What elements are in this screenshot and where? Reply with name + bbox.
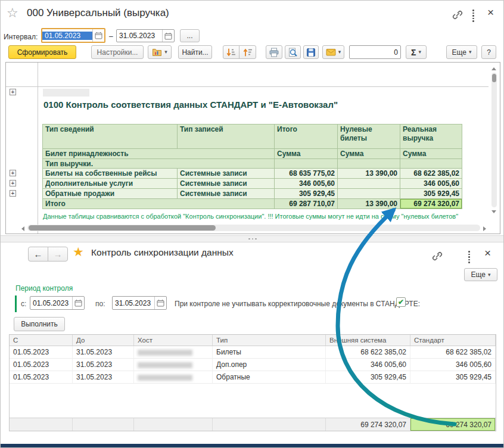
calendar-icon[interactable] [72,297,84,309]
interval-to-value[interactable]: 31.05.2023 [117,32,162,40]
preview-icon [288,48,298,57]
more-dots-icon[interactable] [472,10,474,22]
row-expander[interactable]: + [10,180,16,186]
chevron-down-icon: ▾ [338,49,341,55]
period-to-field[interactable]: 31.05.2023 [112,296,167,310]
link-icon[interactable] [452,9,463,21]
table-row[interactable]: 01.05.2023 31.05.2023 Билеты 68 622 385,… [10,346,496,359]
cell-zero[interactable]: 13 390,00 [338,169,400,179]
cell-records[interactable]: Системные записи [178,179,275,189]
col-header[interactable]: Тип [213,335,326,346]
nav-forward-button[interactable]: → [48,247,68,262]
cell-records[interactable]: Системные записи [178,169,275,179]
empty-header-cell [400,159,462,169]
col-header[interactable]: Стандарт [410,335,496,346]
close-icon[interactable]: × [487,6,494,19]
preview-button[interactable] [285,45,301,59]
save-icon [306,48,316,57]
cell-total[interactable]: 305 929,45 [275,189,338,199]
forward-arrow-icon: → [54,249,63,259]
close-icon[interactable]: × [484,247,491,260]
cell-external: 305 929,45 [326,371,410,383]
find-button[interactable]: Найти... [178,45,212,59]
scroll-left-icon[interactable] [21,226,24,231]
totals-zero[interactable]: 13 390,00 [338,199,400,209]
save-button[interactable] [303,45,319,59]
totals-label[interactable]: Итого [43,199,275,209]
cell-type[interactable]: Дополнительные услуги [43,179,178,189]
table-row[interactable]: 01.05.2023 31.05.2023 Доп.опер 346 005,6… [10,359,496,371]
scroll-down-icon[interactable] [491,210,496,213]
group-expander[interactable]: + [10,89,16,95]
report-variants-button[interactable]: ▾ [148,45,172,59]
amount-header: Сумма [400,149,462,159]
horizontal-scrollbar-thumb[interactable] [29,225,216,231]
col-header[interactable]: Хост [134,335,213,346]
print-icon [269,48,279,57]
sort-ascending-icon [243,48,253,57]
row-expander[interactable]: + [10,170,16,176]
vertical-scrollbar-thumb[interactable] [492,74,496,82]
scroll-up-icon[interactable] [491,67,496,70]
cell-total[interactable]: 346 005,60 [275,179,338,189]
period-from-value[interactable]: 01.05.2023 [30,299,72,307]
period-from-field[interactable]: 01.05.2023 [30,296,85,310]
interval-to-field[interactable]: 31.05.2023 [116,29,175,42]
cell-real[interactable]: 305 929,45 [400,189,462,199]
interval-from-field[interactable]: 01.05.2023 [41,28,105,43]
cell-type[interactable]: Билеты на собственные рейсы [43,169,178,179]
table-row[interactable]: 01.05.2023 31.05.2023 Обратные 305 929,4… [10,371,496,384]
link-icon[interactable] [431,250,443,262]
table-totals-row: 69 274 320,07 69 274 320,07 [10,418,496,431]
generate-button[interactable]: Сформировать [8,45,76,59]
col-header: Нулевые билеты [338,125,400,149]
run-button[interactable]: Выполнить [14,317,65,331]
calendar-icon[interactable] [92,29,104,42]
window-splitter[interactable] [1,235,504,242]
counter-value[interactable]: 0 [350,48,400,57]
calendar-icon[interactable] [162,30,174,42]
cell-type[interactable]: Обратные продажи [43,189,178,199]
mail-icon [326,48,336,56]
cell-real[interactable]: 68 622 385,02 [400,169,462,179]
sync-results-table: С До Хост Тип Внешняя система Стандарт 0… [9,334,496,431]
ignore-corrections-checkbox[interactable]: ✔ [396,297,406,307]
more-button-label: Еще [452,48,466,57]
cell-records[interactable]: Системные записи [178,189,275,199]
calendar-icon[interactable] [154,297,166,309]
more-button[interactable]: Еще ▾ [446,45,477,59]
period-to-value[interactable]: 31.05.2023 [113,299,154,307]
scroll-right-icon[interactable] [483,226,486,231]
help-button[interactable]: ? [481,45,496,59]
more-dots-icon[interactable] [468,251,470,263]
col-header: Реальная выручка [400,125,462,149]
totals-empty-cell [134,418,213,431]
vertical-scrollbar[interactable] [491,73,497,207]
sum-button[interactable]: Σ ▾ [406,45,427,59]
cell-real[interactable]: 346 005,60 [400,179,462,189]
col-header[interactable]: С [10,335,73,346]
counter-field[interactable]: 0 [349,45,401,59]
col-header[interactable]: Внешняя система [326,335,410,346]
interval-from-value[interactable]: 01.05.2023 [42,32,92,40]
col-header: Тип записей [178,125,275,149]
cell-total[interactable]: 68 635 775,02 [275,169,338,179]
sort-descending-button[interactable] [223,45,239,59]
settings-button[interactable]: Настройки... [91,45,144,59]
sort-ascending-button[interactable] [239,45,256,59]
print-button[interactable] [266,45,282,59]
send-mail-button[interactable]: ▾ [322,45,344,59]
nav-back-button[interactable]: ← [28,247,48,262]
cell-zero[interactable] [338,179,400,189]
cell-zero[interactable] [338,189,400,199]
more-button[interactable]: Еще ▾ [464,268,497,281]
interval-more-button[interactable]: ... [180,29,200,42]
totals-real-highlighted[interactable]: 69 274 320,07 [400,199,462,209]
empty-header-cell [338,159,400,169]
favorite-star-filled-icon[interactable]: ★ [73,245,84,259]
totals-total[interactable]: 69 287 710,07 [275,199,338,209]
row-expander[interactable]: + [10,190,16,197]
cell-host-redacted [134,346,213,358]
favorite-star-icon[interactable]: ☆ [7,5,18,21]
col-header[interactable]: До [73,335,134,346]
